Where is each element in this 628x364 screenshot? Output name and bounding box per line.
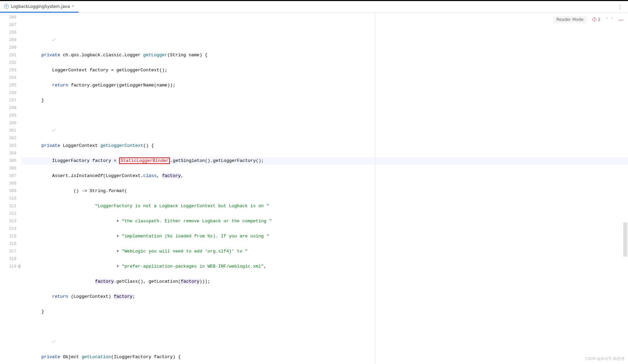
class-icon: C <box>4 4 9 9</box>
code-line[interactable]: Assert.isInstanceOf(LoggerContext.class,… <box>21 172 628 180</box>
line-number: 300 <box>0 119 16 127</box>
code-line[interactable]: + "WebLogic you will need to add 'org.sl… <box>21 248 628 255</box>
line-number: 312 <box>0 210 16 218</box>
line-number: 309 <box>0 187 16 195</box>
editor: Reader Mode ! 2 ˄ ˅ — 286 287 288 289 29… <box>0 13 628 364</box>
line-number: 296 <box>0 89 16 97</box>
margin-guide <box>375 13 375 364</box>
line-number: 303 <box>0 142 16 150</box>
code-line[interactable]: "LoggerFactory is not a Logback LoggerCo… <box>21 202 628 210</box>
code-line[interactable] <box>21 112 628 119</box>
line-number: 304 <box>0 150 16 157</box>
line-number: 311 <box>0 202 16 210</box>
code-line[interactable]: + "the classpath. Either remove Logback … <box>21 218 628 225</box>
line-number: 291 <box>0 51 16 59</box>
scrollbar[interactable] <box>623 222 627 257</box>
code-line-highlighted[interactable]: ILoggerFactory factory = StaticLoggerBin… <box>21 157 628 165</box>
tab-bar: C LogbackLoggingSystem.java × ⋮ <box>0 1 628 13</box>
line-number: 315 <box>0 233 16 240</box>
code-line[interactable]: private Object getLocation(ILoggerFactor… <box>21 353 628 361</box>
line-number: 306 <box>0 165 16 172</box>
code-line[interactable]: () -> String.format( <box>21 187 628 195</box>
line-number: 318 <box>0 255 16 263</box>
line-number: 289 <box>0 36 16 44</box>
watermark: CSDN @多动手,勤思考 <box>585 356 625 361</box>
line-number: 313 <box>0 218 16 225</box>
code-line[interactable]: ✦˅ <box>21 36 628 44</box>
tab-filename: LogbackLoggingSystem.java <box>11 4 70 9</box>
code-line[interactable]: private ch.qos.logback.classic.Logger ge… <box>21 51 628 59</box>
line-number: 310 <box>0 195 16 202</box>
line-number: 287 <box>0 21 16 29</box>
line-number: 293 <box>0 67 16 74</box>
line-number: 302 <box>0 134 16 142</box>
close-tab-icon[interactable]: × <box>72 4 75 9</box>
code-line[interactable]: ✦˅ <box>21 127 628 134</box>
code-line[interactable]: factory.getClass(), getLocation(factory)… <box>21 278 628 285</box>
code-line[interactable]: return (LoggerContext) factory; <box>21 293 628 301</box>
error-token: StaticLoggerBinder <box>119 157 170 164</box>
code-line[interactable]: LoggerContext factory = getLoggerContext… <box>21 67 628 74</box>
line-number: 290 <box>0 44 16 51</box>
more-icon[interactable]: ⋮ <box>618 4 623 10</box>
line-number: 305 <box>0 157 16 165</box>
inlay-hint-icon[interactable]: ✦˅ <box>52 37 56 44</box>
code-line[interactable]: + "implementation (%s loaded from %s). I… <box>21 233 628 240</box>
line-number: 288 <box>0 29 16 36</box>
code-area[interactable]: ✦˅ private ch.qos.logback.classic.Logger… <box>21 13 628 364</box>
line-number: 294 <box>0 74 16 82</box>
line-number: 314 <box>0 225 16 233</box>
file-tab[interactable]: C LogbackLoggingSystem.java × <box>0 1 79 13</box>
line-number: 298 <box>0 104 16 112</box>
inlay-hint-icon[interactable]: ✦˅ <box>52 127 56 135</box>
code-line[interactable]: private LoggerContext getLoggerContext()… <box>21 142 628 150</box>
line-number: 317 <box>0 248 16 255</box>
line-number: 307 <box>0 172 16 180</box>
code-line[interactable]: } <box>21 308 628 316</box>
code-line[interactable]: ✦˅ <box>21 338 628 346</box>
line-number: 286 <box>0 14 16 21</box>
code-line[interactable] <box>21 323 628 331</box>
code-line[interactable]: return factory.getLogger(getLoggerName(n… <box>21 82 628 89</box>
line-number: 299 <box>0 112 16 119</box>
line-number: 319 <box>0 263 16 270</box>
line-number: 292 <box>0 59 16 67</box>
line-number: 301 <box>0 127 16 134</box>
line-number: 295 <box>0 82 16 89</box>
line-gutter: 286 287 288 289 290 291 292 293 294 295 … <box>0 13 21 364</box>
line-number: 297 <box>0 97 16 104</box>
line-number: 316 <box>0 240 16 248</box>
inlay-hint-icon[interactable]: ✦˅ <box>52 339 56 346</box>
code-line[interactable]: } <box>21 97 628 104</box>
code-line[interactable]: + "prefer-application-packages in WEB-IN… <box>21 263 628 270</box>
line-number: 308 <box>0 180 16 187</box>
